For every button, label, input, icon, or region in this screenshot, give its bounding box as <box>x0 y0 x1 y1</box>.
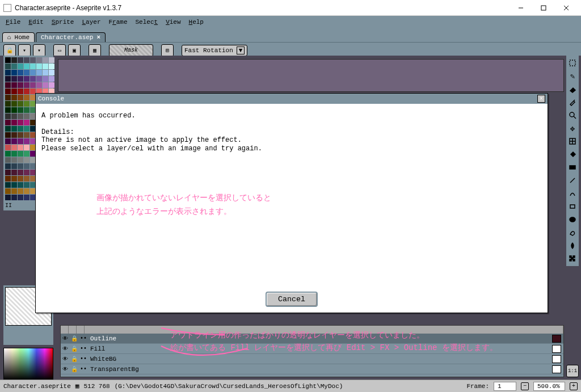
palette-swatch[interactable] <box>30 82 36 88</box>
palette-swatch[interactable] <box>5 76 11 82</box>
palette-swatch[interactable] <box>24 95 30 100</box>
palette-swatch[interactable] <box>24 113 30 119</box>
palette-swatch[interactable] <box>43 82 48 88</box>
palette-swatch[interactable] <box>18 70 23 75</box>
palette-swatch[interactable] <box>11 163 17 169</box>
zoom-tool-icon[interactable] <box>567 109 578 121</box>
console-close-button[interactable]: × <box>537 95 545 103</box>
palette-swatch[interactable] <box>49 57 54 63</box>
visibility-icon[interactable]: 👁 <box>61 345 70 352</box>
arrow-down-button-2[interactable]: ▾ <box>33 44 45 57</box>
palette-swatch[interactable] <box>18 176 23 182</box>
palette-swatch[interactable] <box>18 101 23 107</box>
palette-swatch[interactable] <box>24 76 30 82</box>
palette-swatch[interactable] <box>11 170 17 175</box>
console-titlebar[interactable]: Console × <box>36 94 548 104</box>
aspect-ratio-button[interactable]: 1:1 <box>566 365 579 377</box>
palette-swatch[interactable] <box>11 120 17 125</box>
palette-swatch[interactable] <box>24 126 30 132</box>
link-icon[interactable]: •• <box>79 335 88 342</box>
menu-frame[interactable]: Frame <box>105 18 130 27</box>
rotation-dropdown[interactable]: Fast Rotation ▼ <box>182 45 247 56</box>
palette-swatch[interactable] <box>11 57 17 63</box>
palette-swatch[interactable] <box>18 95 23 100</box>
minimize-button[interactable] <box>510 1 532 15</box>
gradient-tool-icon[interactable] <box>567 162 578 173</box>
menu-view[interactable]: View <box>162 18 184 27</box>
palette-swatch[interactable] <box>24 163 30 169</box>
layer-swatch[interactable] <box>552 345 561 353</box>
mask-button[interactable]: Mask <box>109 44 153 57</box>
palette-swatch[interactable] <box>43 76 48 82</box>
palette-swatch[interactable] <box>11 145 17 150</box>
palette-swatch[interactable] <box>30 70 36 75</box>
palette-swatch[interactable] <box>24 107 30 113</box>
marquee-tool-icon[interactable] <box>567 57 578 69</box>
link-icon[interactable]: •• <box>79 366 88 372</box>
palette-swatch[interactable] <box>5 113 11 119</box>
palette-swatch[interactable] <box>24 157 30 163</box>
palette-swatch[interactable] <box>30 76 36 82</box>
palette-swatch[interactable] <box>36 57 42 63</box>
palette-swatch[interactable] <box>36 76 42 82</box>
palette-swatch[interactable] <box>43 57 48 63</box>
palette-swatch[interactable] <box>11 82 17 88</box>
palette-swatch[interactable] <box>5 157 11 163</box>
palette-swatch[interactable] <box>18 120 23 125</box>
palette-swatch[interactable] <box>24 145 30 150</box>
palette-swatch[interactable] <box>18 57 23 63</box>
palette-swatch[interactable] <box>11 95 17 100</box>
palette-swatch[interactable] <box>49 70 54 75</box>
palette-swatch[interactable] <box>5 107 11 113</box>
canvas-area[interactable] <box>58 59 564 92</box>
palette-swatch[interactable] <box>24 101 30 107</box>
palette-swatch[interactable] <box>5 176 11 182</box>
palette-swatch[interactable] <box>24 132 30 138</box>
palette-swatch[interactable] <box>43 64 48 69</box>
layer-row[interactable]: 👁🔒••WhiteBG <box>61 354 563 364</box>
palette-swatch[interactable] <box>18 82 23 88</box>
palette-swatch[interactable] <box>5 101 11 107</box>
palette-swatch[interactable] <box>18 182 23 188</box>
palette-swatch[interactable] <box>11 113 17 119</box>
palette-swatch[interactable] <box>5 132 11 138</box>
palette-swatch[interactable] <box>24 176 30 182</box>
layer-swatch[interactable] <box>552 365 561 373</box>
palette-swatch[interactable] <box>18 88 23 94</box>
visibility-icon[interactable]: 👁 <box>61 335 70 342</box>
visibility-icon[interactable]: 👁 <box>61 356 70 363</box>
palette-swatch[interactable] <box>5 195 11 200</box>
lock-icon[interactable]: 🔒 <box>70 335 79 342</box>
palette-swatch[interactable] <box>18 126 23 132</box>
palette-swatch[interactable] <box>5 70 11 75</box>
lock-button[interactable]: 🔒 <box>3 44 16 57</box>
palette-swatch[interactable] <box>24 188 30 194</box>
palette-swatch[interactable] <box>30 57 36 63</box>
palette-swatch[interactable] <box>11 101 17 107</box>
palette-swatch[interactable] <box>24 88 30 94</box>
palette-swatch[interactable] <box>18 113 23 119</box>
palette-swatch[interactable] <box>36 82 42 88</box>
palette-swatch[interactable] <box>11 107 17 113</box>
zoom-in-button[interactable]: + <box>570 382 578 390</box>
palette-swatch[interactable] <box>43 70 48 75</box>
palette-swatch[interactable] <box>24 195 30 200</box>
lock-icon[interactable]: 🔒 <box>70 345 79 352</box>
palette-swatch[interactable] <box>24 57 30 63</box>
grid-button[interactable]: ⊞ <box>161 44 174 57</box>
marquee-button[interactable]: ▦ <box>89 44 101 57</box>
palette-swatch[interactable] <box>5 64 11 69</box>
move-tool-icon[interactable]: ✥ <box>567 123 578 134</box>
palette-swatch[interactable] <box>5 82 11 88</box>
palette-swatch[interactable] <box>18 138 23 144</box>
tab-character[interactable]: Character.asep × <box>36 32 106 42</box>
palette-swatch[interactable] <box>18 163 23 169</box>
layer-swatch[interactable] <box>552 335 561 343</box>
palette-swatch[interactable] <box>24 70 30 75</box>
palette-swatch[interactable] <box>5 95 11 100</box>
bucket-tool-icon[interactable] <box>567 149 578 160</box>
palette-swatch[interactable] <box>5 188 11 194</box>
palette-swatch[interactable] <box>11 70 17 75</box>
palette-swatch[interactable] <box>5 88 11 94</box>
zoom-field[interactable]: 500.0% <box>533 382 565 391</box>
